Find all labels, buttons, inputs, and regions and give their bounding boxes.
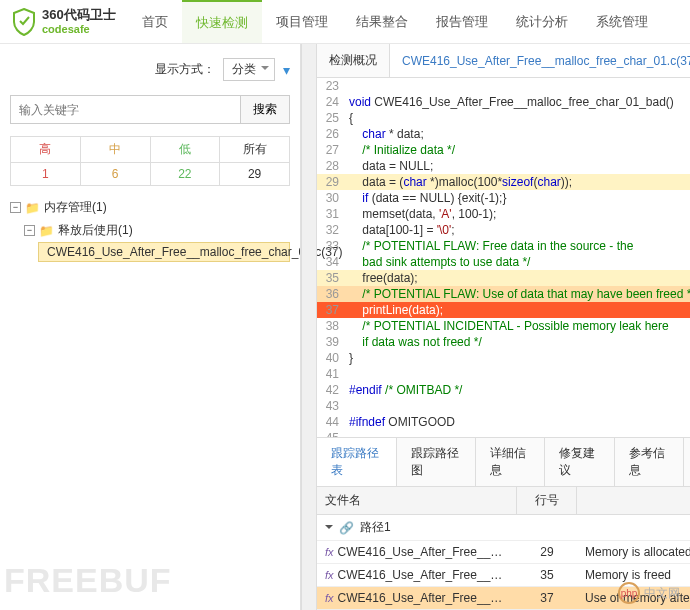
display-mode-select[interactable]: 分类 — [223, 58, 275, 81]
tree-child-label: 释放后使用(1) — [58, 222, 133, 239]
shield-icon — [12, 8, 36, 36]
path-label: 路径1 — [360, 519, 391, 536]
btab-0[interactable]: 跟踪路径表 — [317, 438, 397, 486]
sev-high-count: 1 — [11, 163, 81, 186]
nav-3[interactable]: 结果整合 — [342, 0, 422, 43]
th-line: 行号 — [517, 487, 577, 514]
collapse-icon[interactable]: − — [24, 225, 35, 236]
code-line: 45 — [317, 430, 690, 437]
nav-1[interactable]: 快速检测 — [182, 0, 262, 43]
sev-med-label[interactable]: 中 — [80, 137, 150, 163]
main-nav: 首页快速检测项目管理结果整合报告管理统计分析系统管理 — [128, 0, 662, 43]
editor-tabs: 检测概况 CWE416_Use_After_Free__malloc_free_… — [317, 44, 690, 78]
tree-root-label: 内存管理(1) — [44, 199, 107, 216]
nav-6[interactable]: 系统管理 — [582, 0, 662, 43]
btab-2[interactable]: 详细信息 — [476, 438, 545, 486]
code-line: 35 free(data); — [317, 270, 690, 286]
nav-4[interactable]: 报告管理 — [422, 0, 502, 43]
nav-0[interactable]: 首页 — [128, 0, 182, 43]
tab-file-label: CWE416_Use_After_Free__malloc_free_char_… — [402, 54, 690, 68]
tree-leaf-label: CWE416_Use_After_Free__malloc_free_char_… — [47, 245, 342, 259]
right-panel: 检测概况 CWE416_Use_After_Free__malloc_free_… — [300, 44, 690, 610]
code-line: 37 printLine(data); — [317, 302, 690, 318]
code-line: 31 memset(data, 'A', 100-1); — [317, 206, 690, 222]
code-line: 23 — [317, 78, 690, 94]
nav-5[interactable]: 统计分析 — [502, 0, 582, 43]
code-line: 38 /* POTENTIAL INCIDENTAL - Possible me… — [317, 318, 690, 334]
code-line: 25{ — [317, 110, 690, 126]
th-desc — [577, 487, 690, 514]
table-row[interactable]: fxCWE416_Use_After_Free__malloc_fre...29… — [317, 541, 690, 564]
code-line: 26 char * data; — [317, 126, 690, 142]
tree-root[interactable]: − 📁 内存管理(1) — [10, 196, 290, 219]
left-panel: 显示方式： 分类 ▾ 搜索 高 中 低 所有 1 6 22 29 − — [0, 44, 300, 610]
code-line: 27 /* Initialize data */ — [317, 142, 690, 158]
code-line: 30 if (data == NULL) {exit(-1);} — [317, 190, 690, 206]
folder-icon: 📁 — [25, 201, 40, 215]
tab-overview[interactable]: 检测概况 — [317, 44, 390, 77]
btab-3[interactable]: 修复建议 — [545, 438, 614, 486]
logo: 360代码卫士 codesafe — [0, 8, 128, 36]
search-button[interactable]: 搜索 — [241, 95, 290, 124]
sev-all-label[interactable]: 所有 — [220, 137, 290, 163]
sev-low-label[interactable]: 低 — [150, 137, 220, 163]
code-line: 40} — [317, 350, 690, 366]
btab-5[interactable]: 缺陷审计 — [684, 438, 690, 486]
tree-child[interactable]: − 📁 释放后使用(1) — [10, 219, 290, 242]
search-input[interactable] — [10, 95, 241, 124]
logo-text-en: codesafe — [42, 23, 116, 35]
table-row[interactable]: fxCWE416_Use_After_Free__malloc_fre...37… — [317, 587, 690, 610]
code-editor[interactable]: 2324void CWE416_Use_After_Free__malloc_f… — [317, 78, 690, 437]
code-line: 44#ifndef OMITGOOD — [317, 414, 690, 430]
sev-all-count: 29 — [220, 163, 290, 186]
code-line: 28 data = NULL; — [317, 158, 690, 174]
code-line: 24void CWE416_Use_After_Free__malloc_fre… — [317, 94, 690, 110]
th-file: 文件名 — [317, 487, 517, 514]
bottom-panel: 跟踪路径表跟踪路径图详细信息修复建议参考信息缺陷审计 文件名 行号 🔗 路径1 … — [317, 437, 690, 610]
triangle-icon — [325, 525, 333, 533]
bottom-tabs: 跟踪路径表跟踪路径图详细信息修复建议参考信息缺陷审计 — [317, 438, 690, 487]
sev-high-label[interactable]: 高 — [11, 137, 81, 163]
filter-icon[interactable]: ▾ — [283, 62, 290, 78]
btab-4[interactable]: 参考信息 — [615, 438, 684, 486]
header: 360代码卫士 codesafe 首页快速检测项目管理结果整合报告管理统计分析系… — [0, 0, 690, 44]
display-mode-label: 显示方式： — [155, 61, 215, 78]
code-line: 43 — [317, 398, 690, 414]
code-line: 29 data = (char *)malloc(100*sizeof(char… — [317, 174, 690, 190]
sev-med-count: 6 — [80, 163, 150, 186]
path-row[interactable]: 🔗 路径1 — [317, 515, 690, 541]
folder-icon: 📁 — [39, 224, 54, 238]
code-line: 39 if data was not freed */ — [317, 334, 690, 350]
code-line: 36 /* POTENTIAL FLAW: Use of data that m… — [317, 286, 690, 302]
tree-leaf[interactable]: CWE416_Use_After_Free__malloc_free_char_… — [38, 242, 290, 262]
nav-2[interactable]: 项目管理 — [262, 0, 342, 43]
code-line: 32 data[100-1] = '\0'; — [317, 222, 690, 238]
gutter-strip — [301, 44, 317, 610]
tab-file[interactable]: CWE416_Use_After_Free__malloc_free_char_… — [390, 44, 690, 77]
code-line: 41 — [317, 366, 690, 382]
trace-table: 文件名 行号 🔗 路径1 fxCWE416_Use_After_Free__ma… — [317, 487, 690, 610]
severity-table: 高 中 低 所有 1 6 22 29 — [10, 136, 290, 186]
code-line: 34 bad sink attempts to use data */ — [317, 254, 690, 270]
code-line: 42#endif /* OMITBAD */ — [317, 382, 690, 398]
defect-tree: − 📁 内存管理(1) − 📁 释放后使用(1) CWE416_Use_Afte… — [10, 196, 290, 262]
collapse-icon[interactable]: − — [10, 202, 21, 213]
sev-low-count: 22 — [150, 163, 220, 186]
code-line: 33 /* POTENTIAL FLAW: Free data in the s… — [317, 238, 690, 254]
btab-1[interactable]: 跟踪路径图 — [397, 438, 477, 486]
logo-text-cn: 360代码卫士 — [42, 8, 116, 22]
table-row[interactable]: fxCWE416_Use_After_Free__malloc_fre...35… — [317, 564, 690, 587]
